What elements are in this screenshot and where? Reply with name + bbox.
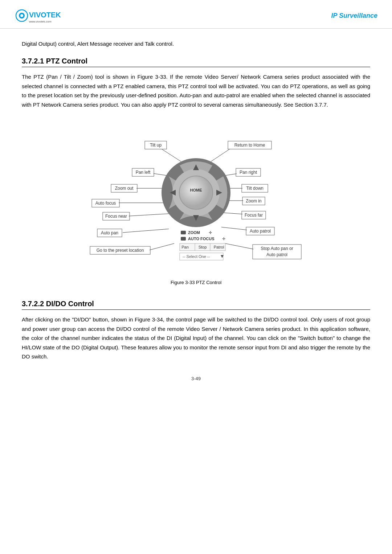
svg-text:ZOOM: ZOOM bbox=[188, 230, 200, 235]
svg-text:Auto focus: Auto focus bbox=[95, 201, 116, 206]
svg-rect-27 bbox=[181, 231, 186, 234]
svg-line-5 bbox=[159, 147, 181, 162]
section-dido-title: 3.7.2.2 DI/DO Control bbox=[22, 300, 370, 310]
figure-caption: Figure 3-33 PTZ Control bbox=[171, 280, 221, 285]
svg-text:Zoom in: Zoom in bbox=[246, 198, 261, 204]
page-footer: 3-49 bbox=[22, 376, 370, 389]
svg-line-14 bbox=[125, 214, 169, 216]
svg-text:Pan right: Pan right bbox=[240, 170, 257, 175]
svg-rect-30 bbox=[181, 237, 186, 241]
svg-text:Auto patrol: Auto patrol bbox=[250, 229, 271, 234]
ip-surveillance-label: IP Surveillance bbox=[331, 12, 377, 20]
page-header: VIVOTEK www.vivotek.com IP Surveillance bbox=[0, 0, 392, 29]
svg-text:-- Select One --: -- Select One -- bbox=[183, 254, 210, 259]
svg-text:Go to the preset location: Go to the preset location bbox=[97, 248, 144, 253]
svg-text:HOME: HOME bbox=[190, 188, 202, 192]
logo-area: VIVOTEK www.vivotek.com bbox=[15, 7, 73, 25]
svg-text:Tilt down: Tilt down bbox=[246, 186, 264, 191]
svg-text:Focus far: Focus far bbox=[245, 213, 263, 218]
ptz-diagram: HOME ZOOM ✛ AUTO FOCUS ✛ bbox=[69, 120, 323, 276]
vivotek-logo: VIVOTEK www.vivotek.com bbox=[15, 7, 73, 25]
svg-text:Pan: Pan bbox=[181, 245, 189, 249]
svg-point-2 bbox=[20, 14, 23, 17]
svg-text:AUTO FOCUS: AUTO FOCUS bbox=[188, 237, 215, 241]
svg-text:VIVOTEK: VIVOTEK bbox=[29, 11, 61, 19]
svg-line-6 bbox=[211, 147, 232, 162]
svg-line-18 bbox=[147, 243, 174, 251]
svg-text:✛: ✛ bbox=[222, 237, 225, 241]
ptz-diagram-container: HOME ZOOM ✛ AUTO FOCUS ✛ bbox=[22, 120, 370, 296]
intro-paragraph: Digital Output) control, Alert Message r… bbox=[22, 40, 370, 48]
svg-text:Tilt up: Tilt up bbox=[150, 143, 162, 148]
main-content: Digital Output) control, Alert Message r… bbox=[0, 29, 392, 403]
svg-line-16 bbox=[123, 229, 169, 233]
section-ptz-body: The PTZ (Pan / Tilt / Zoom) tool is show… bbox=[22, 72, 370, 109]
svg-text:www.vivotek.com: www.vivotek.com bbox=[29, 20, 52, 23]
svg-text:Pan left: Pan left bbox=[136, 170, 151, 175]
svg-text:Auto pan: Auto pan bbox=[101, 230, 118, 235]
section-dido-body: After clicking on the "DI/DO" button, sh… bbox=[22, 315, 370, 361]
svg-text:Patrol: Patrol bbox=[214, 245, 224, 249]
svg-text:Stop: Stop bbox=[199, 245, 207, 249]
svg-text:Stop Auto pan or: Stop Auto pan or bbox=[261, 246, 293, 251]
svg-text:Zoom out: Zoom out bbox=[115, 186, 134, 191]
svg-point-21 bbox=[179, 176, 213, 209]
svg-text:Focus near: Focus near bbox=[105, 214, 127, 219]
svg-text:✛: ✛ bbox=[209, 230, 212, 235]
svg-text:Return to Home: Return to Home bbox=[234, 143, 265, 148]
section-ptz-title: 3.7.2.1 PTZ Control bbox=[22, 57, 370, 67]
svg-text:Auto patrol: Auto patrol bbox=[266, 252, 287, 257]
page-number: 3-49 bbox=[191, 376, 201, 381]
ptz-control-svg: HOME ZOOM ✛ AUTO FOCUS ✛ bbox=[69, 120, 323, 276]
